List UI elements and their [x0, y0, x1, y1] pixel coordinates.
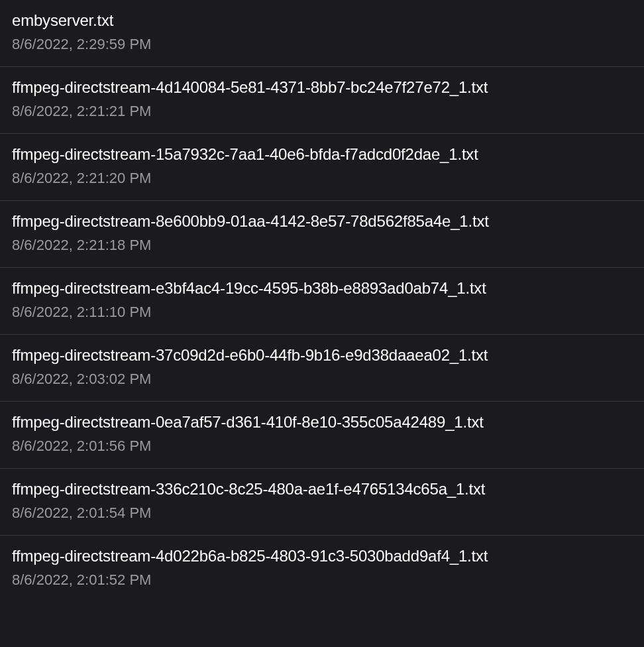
- log-timestamp: 8/6/2022, 2:21:21 PM: [12, 102, 632, 121]
- log-item[interactable]: ffmpeg-directstream-4d140084-5e81-4371-8…: [0, 67, 644, 134]
- log-timestamp: 8/6/2022, 2:01:52 PM: [12, 571, 632, 590]
- log-filename: ffmpeg-directstream-e3bf4ac4-19cc-4595-b…: [12, 278, 632, 299]
- log-filename: ffmpeg-directstream-0ea7af57-d361-410f-8…: [12, 412, 632, 433]
- log-list: embyserver.txt 8/6/2022, 2:29:59 PM ffmp…: [0, 0, 644, 602]
- log-filename: ffmpeg-directstream-4d140084-5e81-4371-8…: [12, 77, 632, 98]
- log-item[interactable]: ffmpeg-directstream-0ea7af57-d361-410f-8…: [0, 402, 644, 469]
- log-item[interactable]: ffmpeg-directstream-15a7932c-7aa1-40e6-b…: [0, 134, 644, 201]
- log-item[interactable]: ffmpeg-directstream-336c210c-8c25-480a-a…: [0, 469, 644, 536]
- log-filename: ffmpeg-directstream-4d022b6a-b825-4803-9…: [12, 546, 632, 567]
- log-item[interactable]: ffmpeg-directstream-e3bf4ac4-19cc-4595-b…: [0, 268, 644, 335]
- log-timestamp: 8/6/2022, 2:01:56 PM: [12, 437, 632, 456]
- log-item[interactable]: embyserver.txt 8/6/2022, 2:29:59 PM: [0, 0, 644, 67]
- log-filename: embyserver.txt: [12, 10, 632, 31]
- log-timestamp: 8/6/2022, 2:21:18 PM: [12, 236, 632, 255]
- log-filename: ffmpeg-directstream-336c210c-8c25-480a-a…: [12, 479, 632, 500]
- log-item[interactable]: ffmpeg-directstream-4d022b6a-b825-4803-9…: [0, 536, 644, 602]
- log-filename: ffmpeg-directstream-8e600bb9-01aa-4142-8…: [12, 211, 632, 232]
- log-filename: ffmpeg-directstream-15a7932c-7aa1-40e6-b…: [12, 144, 632, 165]
- log-item[interactable]: ffmpeg-directstream-37c09d2d-e6b0-44fb-9…: [0, 335, 644, 402]
- log-filename: ffmpeg-directstream-37c09d2d-e6b0-44fb-9…: [12, 345, 632, 366]
- log-timestamp: 8/6/2022, 2:21:20 PM: [12, 169, 632, 188]
- log-timestamp: 8/6/2022, 2:01:54 PM: [12, 504, 632, 523]
- log-timestamp: 8/6/2022, 2:29:59 PM: [12, 35, 632, 54]
- log-item[interactable]: ffmpeg-directstream-8e600bb9-01aa-4142-8…: [0, 201, 644, 268]
- log-timestamp: 8/6/2022, 2:11:10 PM: [12, 303, 632, 322]
- log-timestamp: 8/6/2022, 2:03:02 PM: [12, 370, 632, 389]
